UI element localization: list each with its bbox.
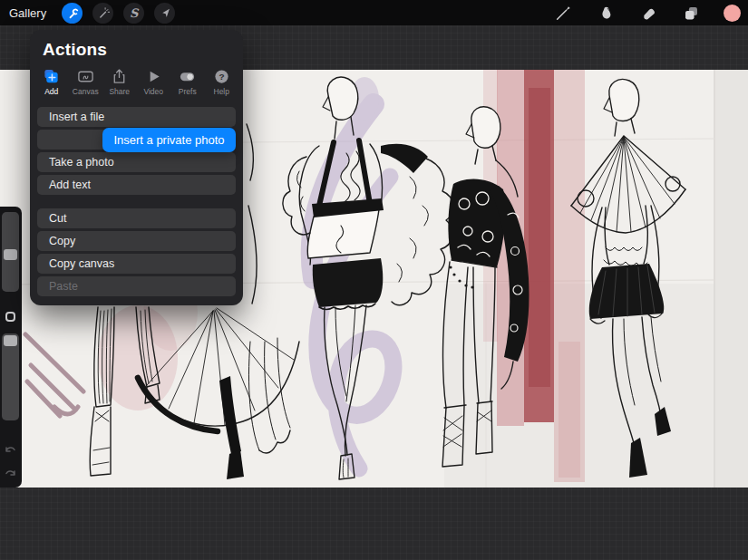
tab-share[interactable]: Share — [102, 67, 137, 103]
tab-add-label: Add — [44, 87, 58, 96]
smudge-button[interactable] — [596, 3, 616, 23]
modify-square-icon — [5, 312, 15, 322]
brush-opacity-slider[interactable] — [2, 333, 19, 420]
help-icon: ? — [213, 68, 230, 85]
actions-popup: Actions Add Canvas — [30, 30, 243, 305]
menu-item-cut[interactable]: Cut — [37, 208, 236, 228]
menu-section-divider — [37, 198, 236, 208]
redo-arrow-icon — [3, 466, 18, 480]
magic-wand-icon — [97, 6, 110, 19]
tab-help[interactable]: ? Help — [205, 67, 239, 103]
layers-icon — [683, 5, 700, 22]
menu-item-take-photo[interactable]: Take a photo — [37, 152, 236, 172]
mauve-scribble — [25, 334, 83, 416]
brush-icon — [554, 4, 572, 22]
selection-button[interactable]: S — [123, 3, 144, 24]
toggle-icon — [179, 68, 196, 85]
tab-video[interactable]: Video — [137, 67, 171, 103]
brush-button[interactable] — [553, 3, 573, 23]
tab-canvas[interactable]: Canvas — [69, 67, 103, 103]
transform-arrow-icon — [159, 6, 171, 19]
redo-button[interactable] — [3, 466, 18, 480]
tab-prefs[interactable]: Prefs — [170, 67, 205, 103]
top-toolbar: Gallery S — [0, 0, 748, 25]
menu-item-copy[interactable]: Copy — [37, 231, 236, 251]
tab-canvas-label: Canvas — [73, 87, 99, 96]
eraser-button[interactable] — [638, 3, 658, 23]
tab-prefs-label: Prefs — [179, 87, 197, 96]
wrench-icon — [66, 6, 79, 19]
insert-private-photo-button[interactable]: Insert a private photo — [102, 128, 236, 152]
color-swatch[interactable] — [724, 5, 741, 22]
brush-size-handle[interactable] — [4, 249, 17, 260]
selection-s-icon: S — [130, 7, 138, 19]
brush-opacity-handle[interactable] — [4, 335, 17, 346]
menu-item-copy-canvas[interactable]: Copy canvas — [37, 254, 236, 274]
popup-title: Actions — [43, 40, 107, 60]
menu-item-insert-file[interactable]: Insert a file — [37, 107, 236, 127]
brush-size-slider[interactable] — [2, 212, 19, 292]
modify-button[interactable] — [4, 310, 17, 323]
procreate-screen: Gallery S — [0, 0, 748, 560]
layers-button[interactable] — [681, 3, 701, 23]
undo-button[interactable] — [3, 442, 18, 457]
actions-button[interactable] — [62, 3, 83, 24]
transform-button[interactable] — [154, 3, 175, 24]
gallery-button[interactable]: Gallery — [9, 6, 46, 20]
plus-square-icon — [43, 68, 60, 85]
menu-item-add-text[interactable]: Add text — [37, 175, 236, 195]
tab-help-label: Help — [214, 87, 229, 96]
eraser-icon — [640, 5, 657, 22]
menu-item-paste: Paste — [37, 276, 236, 296]
tab-video-label: Video — [143, 87, 163, 96]
smudge-finger-icon — [597, 5, 615, 22]
tab-share-label: Share — [109, 87, 130, 96]
canvas-icon — [77, 68, 94, 85]
play-icon — [145, 68, 162, 85]
brush-sidebar — [0, 207, 22, 488]
tab-add[interactable]: Add — [34, 67, 69, 103]
adjustments-button[interactable] — [92, 3, 113, 24]
undo-arrow-icon — [3, 442, 18, 457]
svg-text:?: ? — [219, 72, 224, 82]
actions-tabs: Add Canvas Share Video — [34, 67, 238, 103]
share-icon — [111, 68, 128, 85]
